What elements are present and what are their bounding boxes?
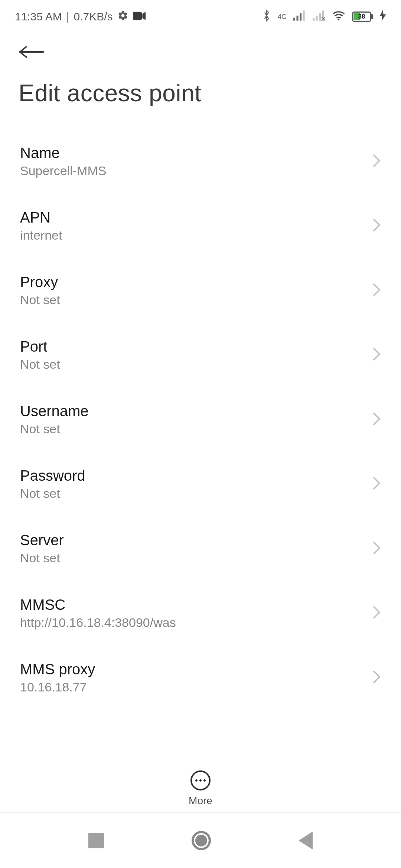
- back-button[interactable]: [19, 45, 45, 61]
- row-password[interactable]: Password Not set: [0, 452, 401, 516]
- status-left: 11:35 AM | 0.7KB/s: [15, 10, 146, 24]
- status-time: 11:35 AM: [15, 10, 62, 23]
- chevron-right-icon: [372, 540, 381, 557]
- chevron-right-icon: [372, 670, 381, 686]
- chevron-right-icon: [372, 347, 381, 363]
- status-separator: |: [66, 10, 69, 23]
- chevron-right-icon: [372, 605, 381, 621]
- more-label: More: [189, 795, 212, 807]
- chevron-right-icon: [372, 282, 381, 299]
- wifi-icon: [332, 10, 345, 23]
- nav-home-button[interactable]: [192, 831, 211, 850]
- row-value: Not set: [20, 357, 60, 372]
- battery-percent: 38: [353, 13, 370, 21]
- row-title: MMS proxy: [20, 661, 95, 678]
- row-title: Name: [20, 145, 106, 161]
- nav-back-button[interactable]: [299, 832, 313, 849]
- row-username[interactable]: Username Not set: [0, 387, 401, 452]
- row-apn[interactable]: APN internet: [0, 194, 401, 258]
- row-proxy[interactable]: Proxy Not set: [0, 258, 401, 323]
- row-value: Not set: [20, 486, 85, 501]
- row-value: Not set: [20, 551, 64, 565]
- battery-icon: 38: [352, 11, 373, 22]
- bottom-toolbar: More: [0, 762, 401, 807]
- row-title: MMSC: [20, 596, 176, 613]
- network-label: 4G: [278, 13, 287, 21]
- svg-point-9: [338, 19, 340, 20]
- row-port[interactable]: Port Not set: [0, 323, 401, 387]
- svg-rect-4: [303, 10, 305, 20]
- svg-rect-7: [319, 13, 321, 20]
- status-speed: 0.7KB/s: [74, 10, 113, 23]
- row-value: Not set: [20, 293, 60, 307]
- svg-rect-3: [300, 13, 301, 20]
- row-title: Username: [20, 403, 89, 420]
- row-title: APN: [20, 209, 62, 226]
- row-mmsc[interactable]: MMSC http://10.16.18.4:38090/was: [0, 581, 401, 645]
- row-value: Supercell-MMS: [20, 164, 106, 178]
- row-server[interactable]: Server Not set: [0, 516, 401, 581]
- page-title: Edit access point: [0, 65, 401, 118]
- row-title: Password: [20, 467, 85, 484]
- status-bar: 11:35 AM | 0.7KB/s 4G 38: [0, 0, 401, 33]
- settings-list: APNArena Name Supercell-MMS APN internet…: [0, 118, 401, 786]
- status-right: 4G 38: [262, 9, 386, 24]
- row-name[interactable]: Name Supercell-MMS: [0, 129, 401, 194]
- row-value: internet: [20, 228, 62, 243]
- row-title: Proxy: [20, 274, 60, 290]
- row-mms-proxy[interactable]: MMS proxy 10.16.18.77: [0, 645, 401, 710]
- svg-rect-6: [316, 16, 318, 21]
- chevron-right-icon: [372, 476, 381, 492]
- signal-1-icon: [293, 10, 306, 23]
- settings-icon: [117, 10, 128, 24]
- signal-2-icon: [313, 10, 325, 23]
- svg-rect-2: [297, 16, 299, 21]
- chevron-right-icon: [372, 411, 381, 428]
- bluetooth-icon: [262, 9, 271, 24]
- svg-rect-1: [293, 18, 295, 20]
- system-nav-bar: [0, 812, 401, 868]
- row-title: Port: [20, 338, 60, 355]
- row-value: Not set: [20, 422, 89, 436]
- video-icon: [133, 10, 146, 23]
- row-value: http://10.16.18.4:38090/was: [20, 615, 176, 630]
- svg-rect-0: [133, 12, 142, 20]
- row-value: 10.16.18.77: [20, 680, 95, 694]
- more-button[interactable]: [190, 770, 211, 790]
- row-title: Server: [20, 532, 64, 549]
- chevron-right-icon: [372, 153, 381, 170]
- toolbar: [0, 33, 401, 65]
- chevron-right-icon: [372, 218, 381, 234]
- charging-icon: [379, 10, 386, 24]
- nav-recent-button[interactable]: [88, 833, 104, 848]
- svg-rect-5: [313, 18, 314, 20]
